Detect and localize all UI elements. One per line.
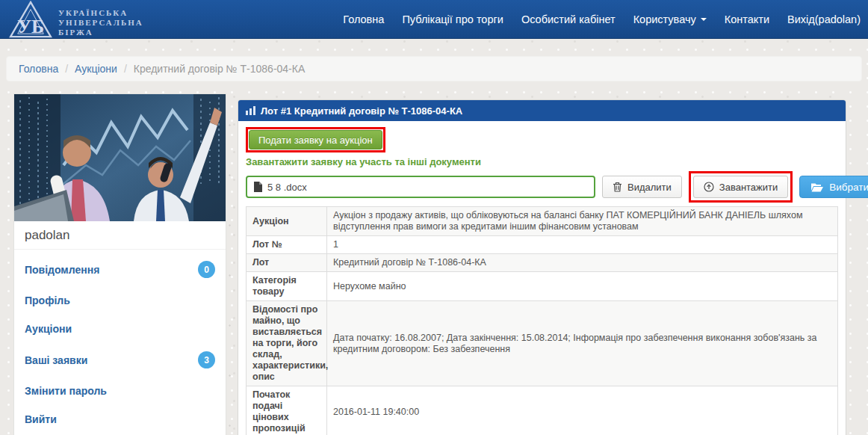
sidebar-item-label: Вийти bbox=[25, 413, 57, 425]
breadcrumb-home[interactable]: Головна bbox=[19, 63, 58, 75]
sidebar-item-label: Повідомлення bbox=[25, 264, 99, 276]
nav-item-logout[interactable]: Вихід(padolan) bbox=[787, 13, 861, 25]
breadcrumb-separator: / bbox=[124, 63, 127, 75]
row-label: Лот bbox=[247, 254, 327, 272]
row-label: Лот № bbox=[247, 236, 327, 254]
upload-file-button[interactable]: Завантажити bbox=[693, 176, 788, 198]
trash-icon bbox=[613, 182, 622, 192]
breadcrumb-auctions[interactable]: Аукціони bbox=[75, 63, 117, 75]
row-value: 1 bbox=[327, 236, 838, 254]
upload-button-annotation: Завантажити bbox=[689, 171, 793, 203]
choose-file-label: Вибрати ... bbox=[829, 182, 868, 193]
row-label: Категорія товару bbox=[247, 272, 327, 301]
table-row-category: Категорія товару Нерухоме майно bbox=[247, 272, 838, 301]
traders-photo bbox=[14, 94, 226, 221]
brand-logo[interactable]: УБ УКРАЇНСЬКА УНІВЕРСАЛЬНА БІРЖА bbox=[9, 1, 143, 38]
upload-circle-icon bbox=[704, 182, 714, 192]
nav-item-publications[interactable]: Публікації про торги bbox=[402, 13, 503, 25]
row-label: Аукціон bbox=[247, 207, 327, 236]
selected-file-field[interactable]: 5 8 .docx bbox=[246, 176, 595, 198]
row-label: Відомості про майно, що виставляється на… bbox=[247, 301, 327, 386]
brand-name: УКРАЇНСЬКА УНІВЕРСАЛЬНА БІРЖА bbox=[58, 8, 143, 37]
row-label: Початок подачі цінових пропозицій bbox=[247, 386, 327, 435]
sidebar-item-profile[interactable]: Профіль bbox=[14, 286, 226, 315]
sidebar-item-messages[interactable]: Повідомлення 0 bbox=[14, 253, 226, 286]
sidebar-item-label: Аукціони bbox=[25, 323, 72, 335]
selected-file-name: 5 8 .docx bbox=[267, 182, 307, 193]
exchange-logo-icon: УБ bbox=[9, 1, 52, 38]
breadcrumb: Головна / Аукціони / Кредитний договір №… bbox=[6, 56, 862, 81]
upload-file-label: Завантажити bbox=[719, 182, 778, 193]
upload-documents-label: Завантажити заявку на участь та інші док… bbox=[246, 156, 838, 167]
row-value: Дата початку: 16.08.2007; Дата закінченн… bbox=[327, 301, 838, 386]
submit-bid-button[interactable]: Подати заявку на аукціон bbox=[249, 130, 382, 149]
nav-item-home[interactable]: Головна bbox=[343, 13, 384, 25]
sidebar-item-auctions[interactable]: Аукціони bbox=[14, 315, 226, 343]
sidebar-item-label: Профіль bbox=[25, 294, 70, 306]
main-menu: Головна Публікації про торги Особистий к… bbox=[343, 0, 861, 39]
file-upload-row: 5 8 .docx Видалити bbox=[246, 171, 838, 203]
sidebar-item-change-password[interactable]: Змінити пароль bbox=[14, 377, 226, 405]
bar-chart-icon bbox=[246, 106, 255, 115]
svg-text:УБ: УБ bbox=[17, 16, 44, 37]
nav-item-contacts[interactable]: Контакти bbox=[725, 13, 769, 25]
bids-count-badge: 3 bbox=[198, 351, 215, 368]
delete-file-button[interactable]: Видалити bbox=[602, 176, 682, 198]
nav-item-user-dropdown[interactable]: Користувачу bbox=[633, 13, 707, 25]
lot-panel-body: Подати заявку на аукціон Завантажити зая… bbox=[238, 121, 846, 435]
sidebar-item-your-bids[interactable]: Ваші заявки 3 bbox=[14, 343, 226, 377]
breadcrumb-current: Кредитний договір № Т-1086-04-КА bbox=[134, 63, 306, 75]
caret-down-icon bbox=[701, 18, 707, 21]
lot-panel: Лот #1 Кредитний договір № Т-1086-04-КА … bbox=[238, 99, 846, 435]
messages-count-badge: 0 bbox=[198, 261, 215, 278]
delete-file-label: Видалити bbox=[627, 182, 672, 193]
table-row-property-details: Відомості про майно, що виставляється на… bbox=[247, 301, 838, 386]
sidebar-item-logout[interactable]: Вийти bbox=[14, 405, 226, 434]
sidebar-item-label: Змінити пароль bbox=[25, 385, 107, 397]
breadcrumb-separator: / bbox=[65, 63, 68, 75]
lot-panel-header: Лот #1 Кредитний договір № Т-1086-04-КА bbox=[238, 100, 846, 121]
lot-panel-title: Лот #1 Кредитний договір № Т-1086-04-КА bbox=[261, 105, 462, 117]
row-value: Аукціон з продажу активів, що обліковуют… bbox=[327, 207, 838, 236]
sidebar: padolan Повідомлення 0 Профіль Аукціони … bbox=[13, 93, 226, 435]
table-row-bidding-start: Початок подачі цінових пропозицій 2016-0… bbox=[247, 386, 838, 435]
row-value: Кредитний договір № Т-1086-04-КА bbox=[327, 254, 838, 272]
sidebar-menu: Повідомлення 0 Профіль Аукціони Ваші зая… bbox=[14, 250, 226, 434]
choose-file-button[interactable]: Вибрати ... bbox=[799, 176, 868, 198]
top-navbar: УБ УКРАЇНСЬКА УНІВЕРСАЛЬНА БІРЖА Головна… bbox=[0, 0, 868, 39]
table-row-auction: Аукціон Аукціон з продажу активів, що об… bbox=[247, 207, 838, 236]
lot-info-table: Аукціон Аукціон з продажу активів, що об… bbox=[246, 206, 838, 435]
row-value: Нерухоме майно bbox=[327, 272, 838, 301]
username: padolan bbox=[14, 221, 226, 250]
row-value: 2016-01-11 19:40:00 bbox=[327, 386, 838, 435]
nav-item-cabinet[interactable]: Особистий кабінет bbox=[521, 13, 616, 25]
table-row-lot: Лот Кредитний договір № Т-1086-04-КА bbox=[247, 254, 838, 272]
folder-open-icon bbox=[811, 182, 823, 192]
sidebar-item-label: Ваші заявки bbox=[25, 354, 87, 366]
submit-button-annotation: Подати заявку на аукціон bbox=[246, 127, 385, 152]
table-row-lot-number: Лот № 1 bbox=[247, 236, 838, 254]
file-icon bbox=[254, 182, 262, 192]
